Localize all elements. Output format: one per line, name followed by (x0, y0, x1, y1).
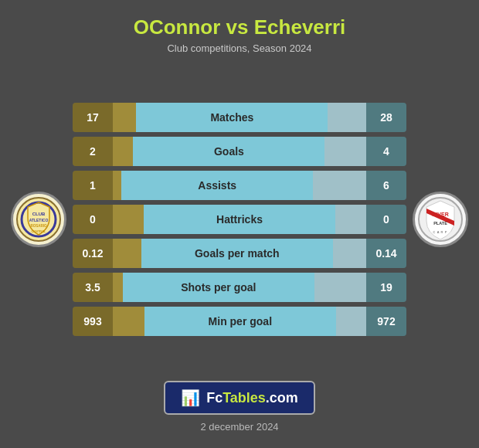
stat-left-value: 0 (73, 205, 113, 234)
stat-right-bar (313, 171, 366, 200)
stat-row: 1Assists6 (73, 171, 406, 200)
match-subtitle: Club competitions, Season 2024 (167, 42, 311, 54)
stat-right-bar (335, 205, 366, 234)
stat-left-bar (113, 273, 123, 302)
left-team-badge: CLUB ATLETICO ROSARIO CENTRAL (8, 192, 70, 247)
svg-text:C: C (433, 230, 436, 234)
stat-right-value: 6 (366, 171, 406, 200)
right-team-badge: RIVER PLATE C A R P (409, 192, 471, 247)
stat-right-value: 0.14 (366, 239, 406, 268)
fctables-icon: 📊 (181, 389, 200, 407)
stat-label: Goals (133, 137, 324, 166)
stat-row: 993Min per goal972 (73, 307, 406, 336)
stat-right-value: 0 (366, 205, 406, 234)
stat-row: 3.5Shots per goal19 (73, 273, 406, 302)
stat-left-bar (113, 137, 133, 166)
fctables-banner: 📊 FcTables.com (164, 381, 315, 415)
stat-right-bar (328, 103, 366, 132)
fctables-brand: FcTables.com (206, 390, 298, 406)
svg-text:A: A (437, 230, 440, 234)
stat-right-value: 972 (366, 307, 406, 336)
stat-left-value: 17 (73, 103, 113, 132)
svg-text:CLUB: CLUB (32, 212, 46, 216)
stat-right-bar (336, 307, 366, 336)
stat-left-bar (113, 171, 121, 200)
stat-left-value: 3.5 (73, 273, 113, 302)
svg-text:P: P (445, 230, 447, 234)
stat-row: 0Hattricks0 (73, 205, 406, 234)
stat-label: Shots per goal (123, 273, 314, 302)
stat-right-value: 4 (366, 137, 406, 166)
stat-label: Matches (136, 103, 328, 132)
svg-text:RIVER: RIVER (432, 212, 448, 217)
stat-label: Assists (121, 171, 313, 200)
stat-left-value: 2 (73, 137, 113, 166)
stat-label: Goals per match (141, 239, 333, 268)
stat-row: 17Matches28 (73, 103, 406, 132)
stat-left-bar (113, 103, 136, 132)
stat-label: Hattricks (144, 205, 335, 234)
stat-left-bar (113, 307, 144, 336)
comparison-card: OConnor vs Echeverri Club competitions, … (8, 8, 471, 440)
stat-row: 2Goals4 (73, 137, 406, 166)
rosario-badge: CLUB ATLETICO ROSARIO CENTRAL (11, 192, 66, 247)
stat-right-value: 19 (366, 273, 406, 302)
stat-right-bar (333, 239, 366, 268)
river-badge: RIVER PLATE C A R P (413, 192, 468, 247)
match-title: OConnor vs Echeverri (134, 15, 346, 39)
stat-row: 0.12Goals per match0.14 (73, 239, 406, 268)
stat-left-value: 0.12 (73, 239, 113, 268)
stat-label: Min per goal (144, 307, 336, 336)
stats-area: CLUB ATLETICO ROSARIO CENTRAL 17Matches2… (8, 65, 471, 373)
svg-text:ATLETICO: ATLETICO (29, 218, 49, 222)
stat-left-bar (113, 239, 141, 268)
stat-left-value: 1 (73, 171, 113, 200)
stat-right-value: 28 (366, 103, 406, 132)
stat-right-bar (324, 137, 366, 166)
stats-rows: 17Matches282Goals41Assists60Hattricks00.… (70, 103, 409, 336)
stat-left-bar (113, 205, 144, 234)
svg-text:R: R (441, 230, 443, 234)
stat-left-value: 993 (73, 307, 113, 336)
svg-text:PLATE: PLATE (433, 221, 447, 226)
date-footer: 2 december 2024 (200, 421, 278, 433)
svg-text:ROSARIO: ROSARIO (30, 224, 47, 228)
stat-right-bar (314, 273, 366, 302)
